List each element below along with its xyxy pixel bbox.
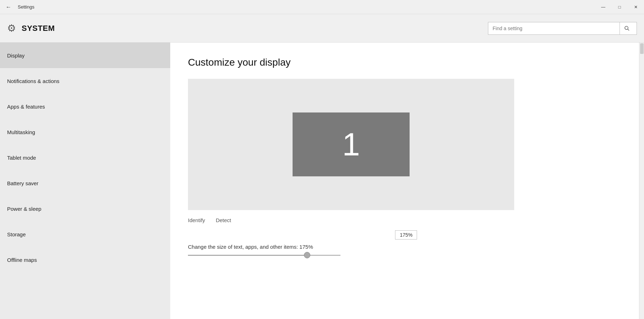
sidebar-item-label: Apps & features: [7, 104, 45, 110]
sidebar-item-label: Power & sleep: [7, 206, 41, 212]
sidebar-item-label: Offline maps: [7, 257, 37, 263]
app-title: SYSTEM: [22, 24, 55, 33]
svg-line-1: [628, 29, 629, 31]
sidebar-item-label: Storage: [7, 231, 26, 237]
header-left: ⚙ SYSTEM: [7, 22, 55, 34]
close-button[interactable]: ✕: [628, 0, 644, 14]
sidebar-item-power-sleep[interactable]: Power & sleep: [0, 196, 170, 221]
identify-detect-row: Identify Detect: [188, 217, 621, 223]
monitor-box: 1: [293, 112, 410, 176]
scrollbar-thumb[interactable]: [640, 43, 644, 54]
sidebar-item-label: Battery saver: [7, 180, 38, 186]
display-preview: 1: [188, 79, 514, 210]
monitor-number: 1: [342, 126, 360, 163]
sidebar-item-offline-maps[interactable]: Offline maps: [0, 247, 170, 273]
search-input[interactable]: [488, 26, 620, 31]
slider-track: [188, 255, 340, 256]
sidebar-item-multitasking[interactable]: Multitasking: [0, 119, 170, 145]
sidebar-item-label: Tablet mode: [7, 155, 36, 161]
scale-slider-container: [188, 255, 340, 256]
back-button[interactable]: ←: [3, 1, 14, 13]
svg-point-0: [625, 26, 628, 29]
sidebar-item-battery-saver[interactable]: Battery saver: [0, 170, 170, 196]
header: ⚙ SYSTEM: [0, 14, 644, 43]
scale-tooltip: 175%: [395, 230, 417, 240]
sidebar-item-apps-features[interactable]: Apps & features: [0, 94, 170, 119]
sidebar-item-label: Multitasking: [7, 129, 35, 135]
identify-link[interactable]: Identify: [188, 217, 205, 223]
restore-button[interactable]: □: [611, 0, 628, 14]
page-title: Customize your display: [188, 57, 621, 68]
detect-link[interactable]: Detect: [216, 217, 231, 223]
scrollbar-track[interactable]: [639, 43, 644, 319]
titlebar: ← Settings — □ ✕: [0, 0, 644, 14]
sidebar: Display Notifications & actions Apps & f…: [0, 43, 170, 319]
sidebar-item-display[interactable]: Display: [0, 43, 170, 68]
titlebar-title: Settings: [18, 4, 34, 10]
main-layout: Display Notifications & actions Apps & f…: [0, 43, 644, 319]
sidebar-item-tablet-mode[interactable]: Tablet mode: [0, 145, 170, 170]
search-button[interactable]: [620, 22, 634, 35]
gear-icon: ⚙: [7, 22, 16, 34]
titlebar-controls: — □ ✕: [595, 0, 644, 14]
content-area: Customize your display 1 Identify Detect…: [170, 43, 639, 319]
sidebar-item-notifications[interactable]: Notifications & actions: [0, 68, 170, 94]
sidebar-item-label: Notifications & actions: [7, 78, 60, 84]
search-box: [488, 22, 637, 35]
minimize-button[interactable]: —: [595, 0, 611, 14]
sidebar-item-label: Display: [7, 53, 24, 59]
scale-label: Change the size of text, apps, and other…: [188, 244, 621, 250]
slider-filled: [188, 255, 307, 256]
slider-thumb[interactable]: [304, 252, 310, 258]
titlebar-left: ← Settings: [3, 1, 34, 13]
scale-tooltip-row: 175%: [188, 230, 621, 242]
sidebar-item-storage[interactable]: Storage: [0, 221, 170, 247]
